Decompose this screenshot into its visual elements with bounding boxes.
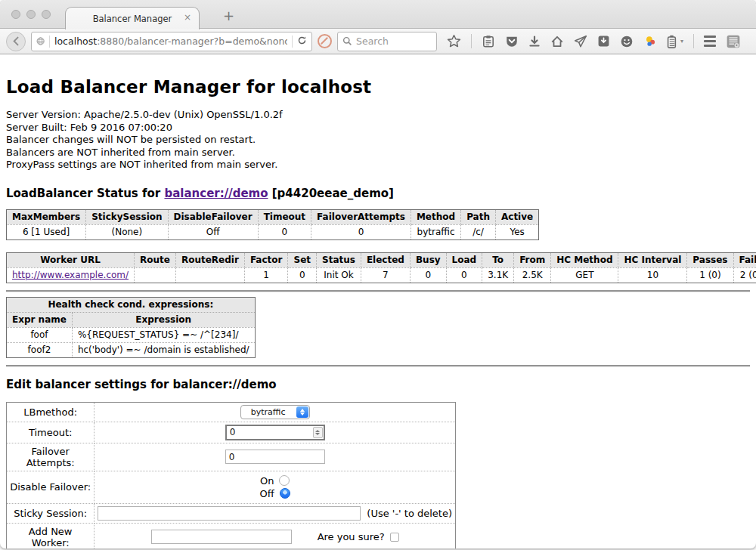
col-to: To bbox=[482, 252, 514, 267]
minimize-window-icon[interactable] bbox=[26, 10, 36, 19]
form-row-failover-attempts: Failover Attempts: bbox=[7, 443, 456, 471]
screenshot-icon[interactable] bbox=[726, 34, 741, 49]
cell-to: 3.1K bbox=[482, 267, 514, 283]
cell-factor: 1 bbox=[244, 267, 288, 283]
navigation-toolbar: localhost:8880/balancer-manager?b=demo&n… bbox=[0, 29, 756, 54]
persist-note-line: Balancer changes will NOT be persisted o… bbox=[6, 134, 750, 147]
table-row: foof2 hc('body') =~ /domain is establish… bbox=[7, 342, 256, 357]
col-route: Route bbox=[135, 252, 176, 267]
col-routeredir: RouteRedir bbox=[175, 252, 244, 267]
failover-attempts-label: Failover Attempts: bbox=[7, 443, 94, 471]
radio-off-label: Off bbox=[260, 487, 274, 500]
bookmark-star-icon[interactable] bbox=[447, 34, 461, 48]
tab-title: Balancer Manager bbox=[93, 14, 172, 24]
cell-active: Yes bbox=[495, 224, 538, 239]
table-header-row: Health check cond. expressions: bbox=[7, 297, 256, 312]
content-block-icon[interactable] bbox=[318, 34, 332, 48]
home-icon[interactable] bbox=[550, 35, 564, 48]
cell-method: bytraffic bbox=[411, 224, 460, 239]
title-bar: Balancer Manager × + bbox=[0, 0, 756, 29]
are-you-sure-checkbox[interactable] bbox=[390, 533, 399, 542]
urlbar-divider bbox=[292, 36, 293, 48]
menu-button[interactable] bbox=[704, 36, 716, 47]
cell-set: 0 bbox=[288, 267, 317, 283]
col-maxmembers: MaxMembers bbox=[7, 209, 86, 224]
colors-icon[interactable] bbox=[643, 35, 657, 48]
server-version-line: Server Version: Apache/2.5.0-dev (Unix) … bbox=[6, 109, 750, 122]
inherit-note-line: Balancers are NOT inherited from main se… bbox=[6, 147, 750, 159]
balancer-status-table: MaxMembers StickySession DisableFailover… bbox=[6, 209, 539, 240]
toolbar-separator bbox=[693, 34, 694, 48]
timeout-input[interactable] bbox=[225, 425, 325, 440]
browser-window: Balancer Manager × + localhost:8880/bala… bbox=[0, 0, 756, 548]
zoom-window-icon[interactable] bbox=[42, 10, 51, 19]
col-hc-interval: HC Interval bbox=[618, 252, 687, 267]
col-stickysession: StickySession bbox=[86, 209, 168, 224]
failover-attempts-input[interactable] bbox=[225, 450, 325, 464]
col-method: Method bbox=[411, 209, 460, 224]
disable-failover-on-radio[interactable] bbox=[279, 475, 290, 486]
col-expression: Expression bbox=[72, 312, 255, 327]
url-text[interactable]: localhost:8880/balancer-manager?b=demo&n… bbox=[54, 36, 287, 47]
edit-settings-heading: Edit balancer settings for balancer://de… bbox=[6, 378, 750, 391]
cell-passes: 1 (0) bbox=[687, 267, 733, 283]
reload-button[interactable] bbox=[297, 35, 307, 48]
clipboard-icon[interactable] bbox=[482, 35, 495, 48]
send-icon[interactable] bbox=[574, 35, 587, 48]
search-icon bbox=[342, 36, 352, 46]
chevron-down-icon[interactable]: ▾ bbox=[680, 38, 683, 45]
search-input[interactable] bbox=[356, 36, 424, 47]
cell-expr-name: foof bbox=[7, 327, 73, 342]
tab-close-icon[interactable]: × bbox=[184, 13, 191, 22]
balancer-demo-link[interactable]: balancer://demo bbox=[164, 187, 268, 200]
page-content: Load Balancer Manager for localhost Serv… bbox=[0, 54, 756, 548]
table-header-row: Expr name Expression bbox=[7, 312, 256, 327]
toolbar-icons: ▾ bbox=[447, 34, 741, 49]
cell-maxmembers: 6 [1 Used] bbox=[7, 224, 86, 239]
form-row-add-worker: Add New Worker: Are you sure? bbox=[7, 523, 456, 548]
form-row-sticky-session: Sticky Session: (Use '-' to delete) bbox=[7, 503, 456, 523]
worker-table: Worker URL Route RouteRedir Factor Set S… bbox=[6, 252, 756, 283]
col-factor: Factor bbox=[244, 252, 288, 267]
cell-route bbox=[135, 267, 176, 283]
number-spinner-icon[interactable] bbox=[313, 427, 323, 438]
cell-fails: 2 (0) bbox=[733, 267, 756, 283]
col-elected: Elected bbox=[361, 252, 410, 267]
toolbar-separator bbox=[471, 34, 472, 48]
tab-balancer-manager[interactable]: Balancer Manager × bbox=[65, 7, 200, 29]
edit-balancer-form: LBmethod: bytraffic Timeout: bbox=[6, 402, 456, 548]
save-box-icon[interactable] bbox=[597, 35, 610, 48]
col-set: Set bbox=[288, 252, 317, 267]
new-tab-button[interactable]: + bbox=[223, 9, 234, 23]
form-row-lbmethod: LBmethod: bytraffic bbox=[7, 402, 456, 422]
cell-hc-method: GET bbox=[551, 267, 618, 283]
status-heading: LoadBalancer Status for balancer://demo … bbox=[6, 187, 750, 200]
window-controls[interactable] bbox=[11, 10, 51, 19]
cell-expression: %{REQUEST_STATUS} =~ /^[234]/ bbox=[72, 327, 255, 342]
close-window-icon[interactable] bbox=[11, 10, 20, 19]
add-worker-input[interactable] bbox=[151, 530, 292, 544]
sticky-session-hint: (Use '-' to delete) bbox=[367, 508, 452, 519]
search-bar[interactable] bbox=[337, 32, 437, 51]
worker-url-link[interactable]: http://www.example.com/ bbox=[12, 270, 129, 280]
table-header-row: Worker URL Route RouteRedir Factor Set S… bbox=[7, 252, 756, 267]
cell-stickysession: (None) bbox=[86, 224, 168, 239]
disable-failover-off-radio[interactable] bbox=[280, 488, 290, 499]
col-load: Load bbox=[446, 252, 482, 267]
cell-failoverattempts: 0 bbox=[311, 224, 411, 239]
lbmethod-select[interactable]: bytraffic bbox=[240, 405, 310, 419]
cell-expr-name: foof2 bbox=[7, 342, 73, 357]
table-row: foof %{REQUEST_STATUS} =~ /^[234]/ bbox=[7, 327, 256, 342]
url-bar[interactable]: localhost:8880/balancer-manager?b=demo&n… bbox=[31, 32, 312, 51]
sticky-session-input[interactable] bbox=[98, 506, 361, 521]
select-stepper-icon bbox=[296, 406, 308, 418]
add-worker-label: Add New Worker: bbox=[7, 523, 94, 548]
smiley-icon[interactable] bbox=[620, 35, 634, 48]
back-button[interactable] bbox=[6, 32, 26, 51]
proxypass-note-line: ProxyPass settings are NOT inherited fro… bbox=[6, 159, 750, 171]
download-icon[interactable] bbox=[528, 35, 541, 48]
pocket-icon[interactable] bbox=[505, 35, 519, 48]
battery-button[interactable] bbox=[667, 35, 677, 48]
cell-from: 2.5K bbox=[514, 267, 551, 283]
cell-disablefailover: Off bbox=[168, 224, 258, 239]
